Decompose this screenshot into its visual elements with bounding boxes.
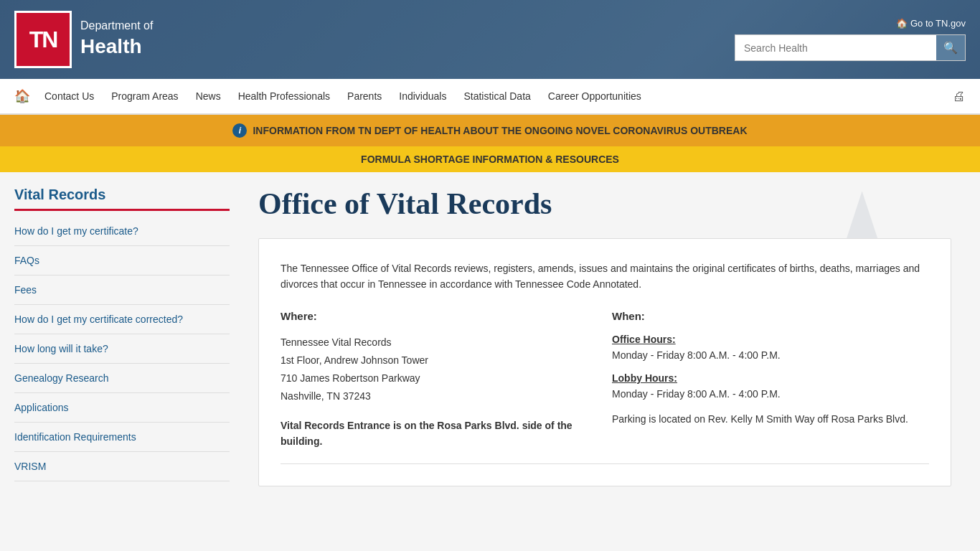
formula-shortage-banner[interactable]: FORMULA SHORTAGE INFORMATION & RESOURCES [0,146,980,172]
address-line3: 710 James Robertson Parkway [281,369,598,387]
lobby-hours-text: Monday - Friday 8:00 A.M. - 4:00 P.M. [612,388,929,400]
header-logo-area: TN Department of Health [14,11,153,68]
header-right-area: 🏠 Go to TN.gov 🔍 [735,18,966,61]
nav-statistical-data[interactable]: Statistical Data [455,78,539,114]
sidebar-link-vrism[interactable]: VRISM [14,452,230,481]
search-button[interactable]: 🔍 [936,35,965,60]
search-input[interactable] [735,37,936,60]
print-icon[interactable]: 🖨 [953,89,966,104]
info-icon: i [232,123,247,138]
nav-program-areas[interactable]: Program Areas [103,78,187,114]
nav-individuals[interactable]: Individuals [390,78,455,114]
sidebar-link-how-long[interactable]: How long will it take? [14,334,230,364]
nav-home-icon[interactable]: 🏠 [14,88,30,104]
when-label: When: [612,310,929,322]
office-hours-title: Office Hours: [612,334,929,345]
address-line4: Nashville, TN 37243 [281,387,598,405]
sidebar-link-certificate-corrected[interactable]: How do I get my certificate corrected? [14,305,230,334]
intro-text: The Tennessee Office of Vital Records re… [281,260,929,293]
content-card: The Tennessee Office of Vital Records re… [258,238,951,486]
lobby-hours-section: Lobby Hours: Monday - Friday 8:00 A.M. -… [612,372,929,400]
parking-note: Parking is located on Rev. Kelly M Smith… [612,411,929,427]
goto-tn-link[interactable]: 🏠 Go to TN.gov [896,18,966,29]
where-column: Where: Tennessee Vital Records 1st Floor… [281,310,598,450]
home-icon: 🏠 [896,18,908,29]
card-divider [281,463,929,464]
sidebar-link-applications[interactable]: Applications [14,393,230,423]
office-hours-section: Office Hours: Monday - Friday 8:00 A.M. … [612,334,929,361]
department-name: Department of Health [80,19,153,60]
main-nav: 🏠 Contact Us Program Areas News Health P… [0,79,980,115]
main-content: Vital Records How do I get my certificat… [0,172,980,531]
sidebar-link-fees[interactable]: Fees [14,276,230,305]
tn-logo: TN [14,11,72,68]
nav-health-professionals[interactable]: Health Professionals [230,78,339,114]
address-line2: 1st Floor, Andrew Johnson Tower [281,352,598,369]
lobby-hours-title: Lobby Hours: [612,372,929,384]
goto-tn-label: Go to TN.gov [910,18,966,29]
nav-career-opportunities[interactable]: Career Opportunities [540,78,650,114]
site-header: TN Department of Health 🏠 Go to TN.gov 🔍 [0,0,980,79]
office-hours-text: Monday - Friday 8:00 A.M. - 4:00 P.M. [612,349,929,361]
address-line1: Tennessee Vital Records [281,334,598,352]
info-grid: Where: Tennessee Vital Records 1st Floor… [281,310,929,450]
sidebar: Vital Records How do I get my certificat… [14,187,244,517]
dept-main-label: Health [80,34,153,60]
nav-parents[interactable]: Parents [339,78,390,114]
coronavirus-banner-text: INFORMATION FROM TN DEPT OF HEALTH ABOUT… [253,125,747,136]
sidebar-title-underline [14,209,230,211]
where-label: Where: [281,310,598,322]
sidebar-link-faqs[interactable]: FAQs [14,246,230,276]
nav-contact-us[interactable]: Contact Us [36,78,103,114]
content-inner: Office of Vital Records The Tennessee Of… [258,187,951,486]
sidebar-link-genealogy-research[interactable]: Genealogy Research [14,364,230,393]
page-title: Office of Vital Records [258,187,951,221]
coronavirus-banner[interactable]: i INFORMATION FROM TN DEPT OF HEALTH ABO… [0,115,980,146]
address-block: Tennessee Vital Records 1st Floor, Andre… [281,334,598,406]
entrance-note: Vital Records Entrance is on the Rosa Pa… [281,418,598,450]
sidebar-link-get-certificate[interactable]: How do I get my certificate? [14,217,230,246]
nav-news[interactable]: News [187,78,230,114]
when-column: When: Office Hours: Monday - Friday 8:00… [612,310,929,450]
sidebar-link-id-requirements[interactable]: Identification Requirements [14,423,230,452]
sidebar-title: Vital Records [14,187,230,209]
dept-of-label: Department of [80,19,153,34]
search-box: 🔍 [735,34,966,61]
formula-shortage-text: FORMULA SHORTAGE INFORMATION & RESOURCES [361,154,619,165]
content-area: ★ Office of Vital Records The Tennessee … [244,187,966,517]
